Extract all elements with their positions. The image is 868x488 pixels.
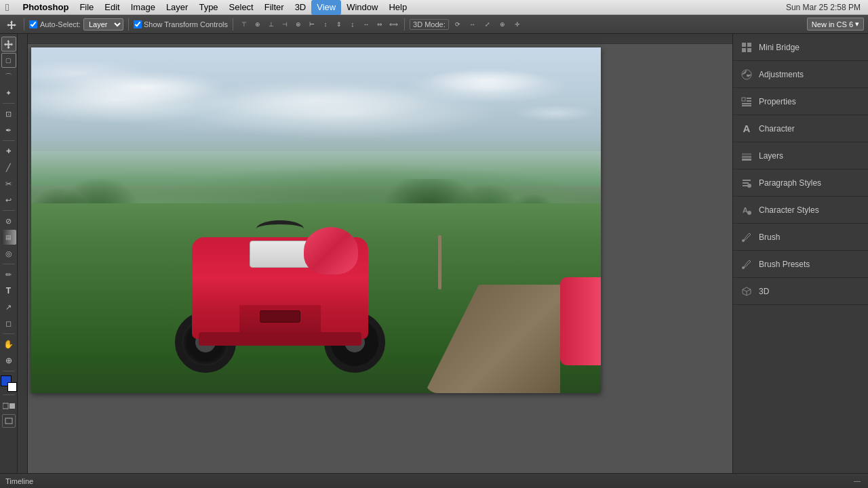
align-left-icon[interactable]: ⊣: [279, 18, 291, 30]
align-top-icon[interactable]: ⊤: [238, 18, 250, 30]
3d-rotate-icon[interactable]: ⟳: [452, 18, 464, 30]
distrib-hcenter-icon[interactable]: ⇔: [374, 18, 386, 30]
menu-item-3d[interactable]: 3D: [290, 0, 312, 15]
menu-item-file[interactable]: File: [74, 0, 99, 15]
layers-panel-item[interactable]: Layers: [733, 142, 868, 169]
atv-body: [192, 237, 368, 339]
hand-tool[interactable]: ✋: [1, 337, 16, 352]
color-swatches[interactable]: [1, 375, 17, 392]
path-selection-tool[interactable]: ↗: [1, 300, 16, 314]
background-color[interactable]: [7, 382, 17, 392]
brush-presets-panel-item[interactable]: Brush Presets: [733, 251, 868, 278]
svg-text:A: A: [743, 206, 748, 214]
paragraph-styles-icon: [740, 176, 753, 190]
3d-scale-icon[interactable]: ⤢: [481, 18, 494, 30]
lasso-tool[interactable]: ⌒: [1, 69, 16, 84]
marquee-tool[interactable]: ▢: [1, 53, 16, 68]
align-bottom-icon[interactable]: ⊥: [265, 18, 277, 30]
zoom-tool[interactable]: ⊕: [1, 353, 16, 368]
eyedropper-tool[interactable]: ✒: [1, 123, 16, 138]
adjustments-label: Adjustments: [759, 70, 861, 79]
new-in-cs6-dropdown[interactable]: New in CS 6 ▾: [807, 18, 864, 30]
svg-rect-16: [742, 159, 751, 161]
3d-orbit-icon[interactable]: ⊕: [496, 18, 509, 30]
paragraph-styles-panel-item[interactable]: Paragraph Styles: [733, 169, 868, 197]
screen-mode-btn[interactable]: [2, 414, 16, 428]
align-hcenter-icon[interactable]: ⊕: [292, 18, 304, 30]
properties-panel-item[interactable]: Properties: [733, 88, 868, 115]
adjustments-panel-item[interactable]: Adjustments: [733, 61, 868, 88]
align-vcenter-icon[interactable]: ⊕: [252, 18, 264, 30]
distrib-vcenter-icon[interactable]: ⇕: [333, 18, 345, 30]
menu-item-filter[interactable]: Filter: [259, 0, 290, 15]
svg-rect-18: [743, 182, 749, 184]
clone-tool[interactable]: ✂: [1, 176, 16, 191]
mini-bridge-panel-item[interactable]: Mini Bridge: [733, 34, 868, 61]
ps-canvas[interactable]: [31, 47, 601, 393]
distrib-right-icon[interactable]: ⟺: [387, 18, 399, 30]
timeline-label: Timeline: [5, 477, 33, 485]
show-transform-checkbox[interactable]: [134, 20, 142, 28]
svg-point-24: [742, 266, 745, 269]
toolbar-separator-4: [404, 18, 405, 30]
move-tool-btn[interactable]: [4, 17, 19, 32]
gradient-tool[interactable]: ▤: [1, 230, 16, 245]
left-tools-panel: ▢ ⌒ ✦ ⊡ ✒ ✚ ╱ ✂ ↩ ⊘ ▤ ◎ ✏ T ↗ ◻ ✋ ⊕: [0, 34, 18, 473]
svg-rect-2: [5, 418, 12, 424]
quick-mask-btn[interactable]: [2, 399, 16, 413]
pen-tool[interactable]: ✏: [1, 267, 16, 282]
canvas-image: [31, 47, 601, 393]
distrib-left-icon[interactable]: ↔: [360, 18, 372, 30]
toolbar-separator-2: [128, 18, 129, 30]
menu-item-select[interactable]: Select: [224, 0, 259, 15]
3d-panel-item[interactable]: 3D: [733, 278, 868, 305]
history-brush-tool[interactable]: ↩: [1, 192, 16, 207]
atv-grille: [260, 310, 300, 323]
menu-item-help[interactable]: Help: [383, 0, 412, 15]
menu-item-image[interactable]: Image: [125, 0, 161, 15]
character-panel-item[interactable]: A Character: [733, 115, 868, 142]
properties-label: Properties: [759, 97, 861, 106]
shape-tool[interactable]: ◻: [1, 316, 16, 331]
canvas-area: [18, 34, 732, 473]
3d-panel-icon: [740, 285, 753, 298]
menu-item-window[interactable]: Window: [341, 0, 383, 15]
move-tool[interactable]: [1, 37, 16, 52]
crop-tool[interactable]: ⊡: [1, 106, 16, 121]
apple-logo-icon[interactable]: : [5, 1, 9, 13]
svg-rect-9: [742, 98, 745, 101]
eraser-tool[interactable]: ⊘: [1, 214, 16, 228]
distrib-bottom-icon[interactable]: ↨: [347, 18, 359, 30]
3d-move-icon[interactable]: ↔: [467, 18, 479, 30]
auto-select-dropdown[interactable]: Layer Group: [83, 18, 123, 30]
svg-rect-4: [742, 43, 746, 47]
character-styles-panel-item[interactable]: A Character Styles: [733, 197, 868, 224]
svg-point-20: [747, 184, 751, 188]
menu-item-view[interactable]: View: [311, 0, 341, 15]
fence-post: [438, 235, 441, 289]
magic-wand-tool[interactable]: ✦: [1, 85, 16, 100]
menu-item-photoshop[interactable]: Photoshop: [17, 0, 74, 15]
mini-bridge-label: Mini Bridge: [759, 43, 861, 52]
type-tool[interactable]: T: [1, 283, 16, 298]
3d-pan-icon[interactable]: ✛: [511, 18, 524, 30]
menu-item-edit[interactable]: Edit: [99, 0, 125, 15]
auto-select-label: Auto-Select:: [40, 20, 81, 28]
svg-rect-11: [747, 100, 751, 102]
3d-panel-label: 3D: [759, 287, 861, 296]
atv-right-partial: [560, 277, 601, 365]
atv-handlebars: [256, 220, 304, 237]
blur-tool[interactable]: ◎: [1, 246, 16, 261]
align-right-icon[interactable]: ⊢: [306, 18, 318, 30]
new-in-cs6-arrow: ▾: [855, 20, 859, 28]
heal-tool[interactable]: ✚: [1, 144, 16, 159]
ps-toolbar: Auto-Select: Layer Group Show Transform …: [0, 15, 868, 34]
distrib-top-icon[interactable]: ↕: [319, 18, 332, 30]
menu-item-type[interactable]: Type: [193, 0, 223, 15]
brush-tool[interactable]: ╱: [1, 160, 16, 175]
timeline-collapse-btn[interactable]: —: [852, 476, 863, 487]
brush-panel-item[interactable]: Brush: [733, 224, 868, 251]
auto-select-checkbox[interactable]: [29, 20, 37, 28]
tool-separator-3: [3, 210, 15, 211]
menu-item-layer[interactable]: Layer: [161, 0, 194, 15]
